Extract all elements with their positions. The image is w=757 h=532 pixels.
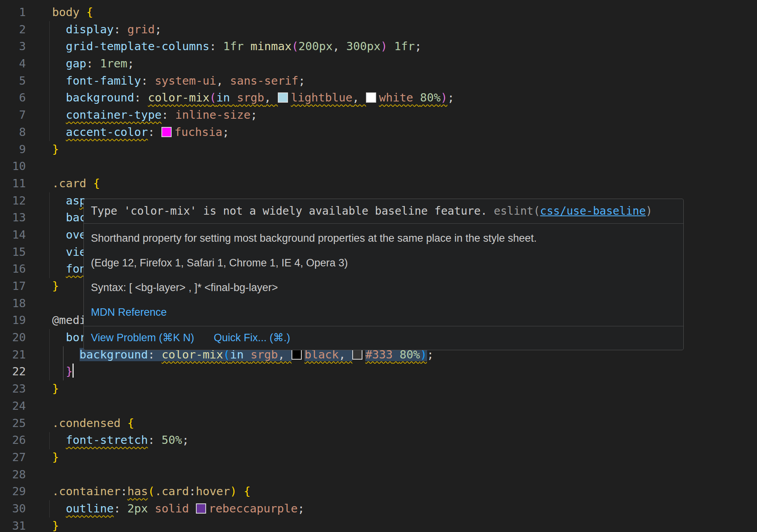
code-line-content[interactable]: vie [52,244,86,261]
code-line-content[interactable]: accent-color: fuchsia; [52,124,229,141]
code-line[interactable]: 9} [0,141,757,158]
line-number[interactable]: 30 [0,500,26,518]
line-number[interactable]: 16 [0,261,26,278]
code-token: ; [298,502,304,515]
view-problem-link[interactable]: View Problem (⌘K N) [91,331,194,344]
code-line-content[interactable]: gap: 1rem; [52,55,134,72]
code-line-content[interactable]: } [52,363,74,380]
code-line-content[interactable]: grid-template-columns: 1fr minmax(200px,… [52,38,422,55]
code-line[interactable]: 6 background: color-mix(in srgb, lightbl… [0,89,757,107]
color-swatch[interactable] [352,349,362,360]
code-line[interactable]: 2 display: grid; [0,21,757,38]
code-line-content[interactable]: asp [52,192,86,210]
line-number[interactable]: 25 [0,415,26,432]
color-swatch[interactable] [278,92,288,103]
line-number[interactable]: 28 [0,466,26,483]
code-token [52,331,66,344]
line-number[interactable]: 26 [0,432,26,449]
line-number[interactable]: 29 [0,483,26,500]
line-number[interactable]: 31 [0,518,26,532]
line-number[interactable]: 19 [0,312,26,329]
code-token [52,245,66,259]
code-token: 2px [127,502,148,515]
code-line-content[interactable]: font-stretch: 50%; [52,432,189,449]
code-token: ; [182,433,189,447]
code-line-content[interactable]: } [52,278,59,295]
color-swatch[interactable] [161,127,172,137]
line-number[interactable]: 14 [0,226,26,244]
code-line[interactable]: 25.condensed { [0,415,757,432]
code-line[interactable]: 27} [0,449,757,466]
code-line[interactable]: 22 } [0,363,757,380]
line-number[interactable]: 3 [0,38,26,55]
line-number[interactable]: 11 [0,175,26,192]
line-number[interactable]: 6 [0,89,26,107]
line-number[interactable]: 18 [0,295,26,312]
line-number[interactable]: 10 [0,158,26,175]
line-number[interactable]: 22 [0,363,26,380]
code-line-content[interactable]: } [52,449,59,466]
line-number[interactable]: 27 [0,449,26,466]
code-line-content[interactable]: fon [52,261,86,278]
code-token: grid-template-columns [66,40,210,53]
hover-action-bar: View Problem (⌘K N) Quick Fix... (⌘.) [84,326,683,350]
code-line[interactable]: 3 grid-template-columns: 1fr minmax(200p… [0,38,757,55]
code-line-content[interactable]: .container:has(.card:hover) { [52,483,250,500]
line-number[interactable]: 5 [0,72,26,90]
diagnostic-rule-link[interactable]: css/use-baseline [540,204,646,217]
code-line-content[interactable]: font-family: system-ui, sans-serif; [52,72,305,90]
line-number[interactable]: 9 [0,141,26,158]
color-swatch[interactable] [196,503,206,514]
code-line[interactable]: 1body { [0,4,757,21]
line-number[interactable]: 4 [0,55,26,72]
code-line[interactable]: 24 [0,398,757,415]
code-line[interactable]: 23} [0,380,757,398]
code-line-content[interactable]: outline: 2px solid rebeccapurple; [52,500,304,518]
code-line-content[interactable]: .card { [52,175,100,192]
code-line-content[interactable]: display: grid; [52,21,161,38]
mdn-reference-link[interactable]: MDN Reference [91,306,167,318]
line-number[interactable]: 23 [0,380,26,398]
code-line[interactable]: 7 container-type: inline-size; [0,107,757,124]
code-token [52,74,66,87]
code-line[interactable]: 4 gap: 1rem; [0,55,757,72]
line-number[interactable]: 24 [0,398,26,415]
line-number[interactable]: 15 [0,244,26,261]
code-line[interactable]: 28 [0,466,757,483]
code-line-content[interactable]: } [52,380,59,398]
line-number[interactable]: 1 [0,4,26,21]
code-line-content[interactable]: ove [52,226,86,244]
code-line-content[interactable]: @medi [52,312,86,329]
code-line-content[interactable]: } [52,141,59,158]
line-number[interactable]: 20 [0,329,26,346]
code-line-content[interactable]: body { [52,4,93,21]
line-number[interactable]: 12 [0,192,26,210]
line-number[interactable]: 17 [0,278,26,295]
code-line[interactable]: 10 [0,158,757,175]
code-token: ; [127,57,134,70]
code-line-content[interactable]: } [52,518,59,532]
color-swatch[interactable] [292,349,302,360]
line-number[interactable]: 13 [0,209,26,226]
hover-tooltip: Type 'color-mix' is not a widely availab… [83,199,684,350]
code-token: : [134,91,148,104]
code-line[interactable]: 11.card { [0,175,757,192]
line-number[interactable]: 7 [0,107,26,124]
code-line-content[interactable]: container-type: inline-size; [52,107,257,124]
code-line-content[interactable]: background: color-mix(in srgb, lightblue… [52,89,454,107]
code-line[interactable]: 26 font-stretch: 50%; [0,432,757,449]
line-number[interactable]: 2 [0,21,26,38]
code-line[interactable]: 5 font-family: system-ui, sans-serif; [0,72,757,90]
code-line[interactable]: 31} [0,518,757,532]
code-line[interactable]: 30 outline: 2px solid rebeccapurple; [0,500,757,518]
code-token: ( [292,40,298,53]
line-number[interactable]: 21 [0,346,26,364]
code-line[interactable]: 8 accent-color: fuchsia; [0,124,757,141]
color-swatch[interactable] [366,92,376,103]
code-line-content[interactable]: bac [52,209,86,226]
code-line[interactable]: 29.container:has(.card:hover) { [0,483,757,500]
quick-fix-link[interactable]: Quick Fix... (⌘.) [214,331,290,344]
code-line-content[interactable]: .condensed { [52,415,134,432]
code-line-content[interactable]: bor [52,329,86,346]
line-number[interactable]: 8 [0,124,26,141]
